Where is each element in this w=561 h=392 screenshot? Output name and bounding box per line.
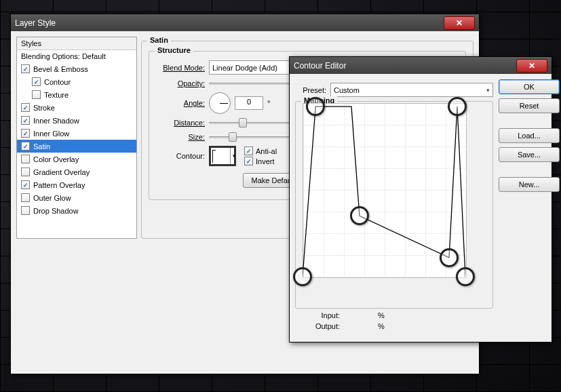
- checkbox[interactable]: [21, 155, 30, 163]
- style-label: Outer Glow: [33, 194, 71, 202]
- angle-field[interactable]: 0: [235, 96, 263, 110]
- satin-legend: Satin: [147, 36, 171, 44]
- contour-curve: [303, 103, 465, 277]
- style-label: Stroke: [33, 104, 55, 112]
- close-icon[interactable]: ✕: [516, 59, 547, 73]
- checkbox[interactable]: [21, 103, 30, 112]
- invert-checkbox[interactable]: Invert: [244, 157, 277, 165]
- checkbox[interactable]: [21, 180, 30, 189]
- angle-dial[interactable]: [209, 92, 231, 114]
- antialias-checkbox[interactable]: Anti-al: [244, 146, 277, 155]
- size-label: Size:: [156, 133, 205, 141]
- angle-label: Angle:: [156, 99, 205, 107]
- blending-options-row[interactable]: Blending Options: Default: [17, 50, 136, 62]
- opacity-label: Opacity:: [156, 79, 205, 87]
- style-row-outer-glow[interactable]: Outer Glow: [17, 191, 136, 204]
- style-label: Contour: [44, 78, 71, 86]
- checkbox[interactable]: [21, 116, 30, 125]
- style-row-bevel-emboss[interactable]: Bevel & Emboss: [17, 62, 136, 75]
- style-row-pattern-overlay[interactable]: Pattern Overlay: [17, 178, 136, 191]
- contour-editor-dialog: Contour Editor ✕ Preset: Custom Mapping …: [289, 56, 552, 342]
- curve-handle[interactable]: [350, 206, 369, 225]
- style-label: Inner Glow: [33, 130, 69, 138]
- style-row-inner-glow[interactable]: Inner Glow: [17, 127, 136, 140]
- contour-thumbnail[interactable]: ▾: [209, 146, 236, 166]
- style-row-stroke[interactable]: Stroke: [17, 101, 136, 114]
- curve-handle[interactable]: [293, 267, 312, 286]
- style-label: Drop Shadow: [33, 207, 79, 215]
- layer-style-titlebar[interactable]: Layer Style ✕: [11, 14, 479, 31]
- style-label: Gradient Overlay: [33, 168, 90, 176]
- style-label: Pattern Overlay: [33, 181, 85, 189]
- reset-button[interactable]: Reset: [499, 98, 560, 113]
- checkbox[interactable]: [32, 77, 41, 86]
- curve-handle[interactable]: [456, 267, 475, 286]
- style-label: Texture: [44, 91, 69, 99]
- preset-label: Preset:: [295, 86, 326, 94]
- curve-handle[interactable]: [306, 97, 325, 116]
- contour-editor-title: Contour Editor: [294, 61, 516, 71]
- contour-label: Contour:: [156, 152, 205, 160]
- style-row-texture[interactable]: Texture: [17, 88, 136, 101]
- checkbox[interactable]: [21, 168, 30, 176]
- input-pct: %: [378, 311, 385, 319]
- contour-editor-titlebar[interactable]: Contour Editor ✕: [290, 57, 552, 74]
- style-row-inner-shadow[interactable]: Inner Shadow: [17, 114, 136, 127]
- checkbox[interactable]: [21, 193, 30, 202]
- styles-header[interactable]: Styles: [17, 37, 136, 50]
- checkbox[interactable]: [21, 142, 30, 151]
- checkbox[interactable]: [21, 129, 30, 138]
- checkbox[interactable]: [32, 90, 41, 99]
- output-pct: %: [378, 322, 385, 330]
- checkbox[interactable]: [21, 64, 30, 73]
- curve-handle[interactable]: [448, 97, 467, 116]
- style-label: Color Overlay: [33, 155, 79, 163]
- degree-label: °: [267, 99, 270, 107]
- checkbox[interactable]: [21, 206, 30, 215]
- load-button[interactable]: Load...: [499, 128, 560, 143]
- style-label: Inner Shadow: [33, 117, 79, 125]
- style-label: Bevel & Emboss: [33, 65, 88, 73]
- styles-list: Styles Blending Options: Default Bevel &…: [16, 37, 137, 239]
- save-button[interactable]: Save...: [499, 147, 560, 162]
- mapping-group: Mapping: [295, 101, 493, 309]
- preset-combo[interactable]: Custom: [330, 83, 493, 97]
- input-label: Input:: [306, 311, 340, 319]
- output-label: Output:: [306, 322, 340, 330]
- style-row-gradient-overlay[interactable]: Gradient Overlay: [17, 165, 136, 178]
- ok-button[interactable]: OK: [499, 79, 560, 94]
- curve-handle[interactable]: [440, 248, 459, 267]
- distance-label: Distance:: [156, 119, 205, 127]
- new-button[interactable]: New...: [499, 177, 560, 192]
- chevron-down-icon[interactable]: ▾: [230, 148, 237, 164]
- layer-style-title: Layer Style: [15, 18, 444, 28]
- close-icon[interactable]: ✕: [444, 16, 475, 30]
- style-row-color-overlay[interactable]: Color Overlay: [17, 153, 136, 165]
- style-row-satin[interactable]: Satin: [17, 140, 136, 153]
- style-label: Satin: [33, 142, 50, 151]
- structure-legend: Structure: [155, 46, 193, 54]
- style-row-drop-shadow[interactable]: Drop Shadow: [17, 204, 136, 217]
- style-row-contour[interactable]: Contour: [17, 75, 136, 88]
- blend-mode-label: Blend Mode:: [156, 64, 205, 72]
